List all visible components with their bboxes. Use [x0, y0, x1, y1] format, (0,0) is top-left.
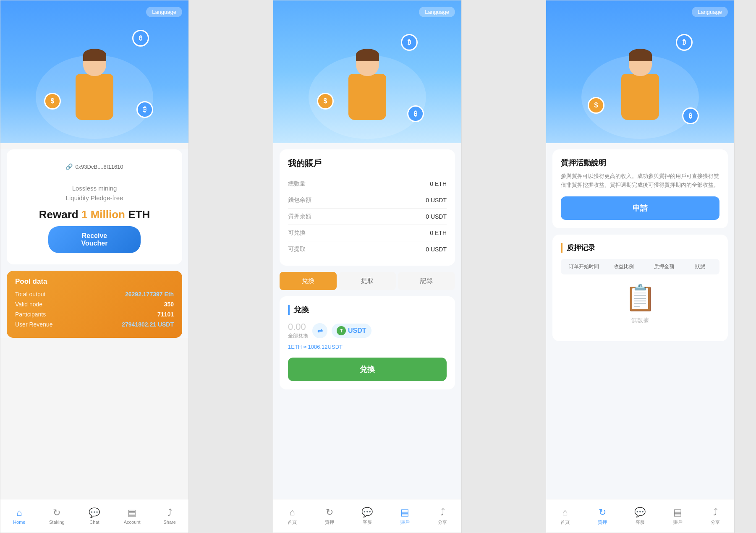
- phone3-language-button[interactable]: Language: [692, 7, 728, 17]
- pool-label-0: Total output: [15, 291, 45, 298]
- account-row-2: 質押余額 0 USDT: [288, 209, 447, 225]
- nav-staking[interactable]: ↻ Staking: [38, 499, 76, 533]
- phone1-main-card: 🔗 0x93DcB....8f11610 Lossless mining Liq…: [7, 149, 182, 264]
- account-value-4: 0 USDT: [426, 246, 447, 253]
- reward-highlight: 1 Million: [81, 208, 125, 221]
- usdt-badge: T USDT: [332, 324, 371, 338]
- staking-icon: ↻: [53, 507, 60, 518]
- p3-account-icon: ▤: [673, 507, 682, 518]
- pledge-records-card: 质押记录 订单开始时間 收益比例 质押金额 狀態 📋 無數據: [552, 235, 728, 341]
- pool-value-1: 350: [164, 301, 174, 308]
- coin-btc2-p3: ₿: [682, 107, 699, 124]
- p3-nav-account[interactable]: ▤ 賬戶: [659, 499, 697, 533]
- phone2-character: ₿ $ ₿: [300, 17, 434, 143]
- mining-text-block: Lossless mining Liquidity Pledge-free: [13, 178, 176, 205]
- p2-share-icon: ⤴: [440, 507, 445, 518]
- reward-prefix: Reward: [39, 208, 81, 221]
- account-value-1: 0 USDT: [426, 197, 447, 204]
- phone2-language-button[interactable]: Language: [419, 7, 455, 17]
- character-head: [83, 51, 106, 76]
- nav-account[interactable]: ▤ Account: [113, 499, 151, 533]
- nav-chat[interactable]: 💬 Chat: [76, 499, 113, 533]
- character-torso: [76, 74, 113, 120]
- p3-nav-share[interactable]: ⤴ 分享: [696, 499, 734, 533]
- phone1-bottom-nav: ⌂ Home ↻ Staking 💬 Chat ▤ Account ⤴ Shar…: [0, 499, 188, 533]
- p2-nav-share[interactable]: ⤴ 分享: [424, 499, 461, 533]
- home-icon: ⌂: [16, 507, 22, 518]
- phone-1: Language ₿ $ ₿ 🔗 0x93DcB....8f1161: [0, 0, 189, 533]
- pool-value-3: 27941802.21 USDT: [122, 321, 174, 328]
- reward-suffix: ETH: [125, 208, 150, 221]
- share-icon: ⤴: [167, 507, 172, 518]
- p2-nav-home[interactable]: ⌂ 首頁: [273, 499, 311, 533]
- account-card-title: 我的賬戶: [288, 158, 447, 169]
- no-data-icon: 📋: [625, 283, 656, 313]
- chat-icon: 💬: [89, 507, 100, 518]
- phones-container: Language ₿ $ ₿ 🔗 0x93DcB....8f1161: [0, 0, 756, 533]
- p2-service-label: 客服: [363, 519, 372, 525]
- p2-service-icon: 💬: [361, 507, 373, 518]
- records-table-header: 订单开始时間 收益比例 质押金额 狀態: [561, 259, 719, 274]
- nav-home[interactable]: ⌂ Home: [0, 499, 38, 533]
- p3-home-label: 首頁: [560, 519, 570, 525]
- phone1-language-button[interactable]: Language: [146, 7, 182, 17]
- pool-label-3: User Revenue: [15, 321, 53, 328]
- phone2-character-hair: [356, 49, 379, 61]
- p2-nav-service[interactable]: 💬 客服: [348, 499, 386, 533]
- coin-dol-p3: $: [588, 97, 604, 114]
- phone3-character-torso: [621, 74, 659, 120]
- tab-records[interactable]: 記錄: [398, 272, 455, 290]
- account-icon: ▤: [128, 507, 136, 518]
- p3-staking-icon: ↻: [599, 507, 606, 518]
- p3-nav-home[interactable]: ⌂ 首頁: [546, 499, 584, 533]
- character-illustration: ₿ $ ₿: [27, 17, 162, 143]
- exchange-all-label[interactable]: 全部兌換: [288, 332, 308, 340]
- pool-data-card: Pool data Total output 26292.177397 Eth …: [7, 271, 182, 338]
- exchange-amount-col: 0.00 全部兌換: [288, 321, 308, 340]
- phone2-header: Language ₿ $ ₿: [273, 0, 461, 143]
- p2-nav-staking[interactable]: ↻ 質押: [311, 499, 349, 533]
- p3-service-label: 客服: [636, 519, 645, 525]
- pool-row-0: Total output 26292.177397 Eth: [15, 291, 174, 298]
- coin-dol-p2: $: [317, 93, 334, 110]
- wallet-address-display[interactable]: 🔗 0x93DcB....8f11610: [59, 160, 130, 173]
- exchange-tabs: 兌換 提取 記錄: [280, 272, 455, 290]
- phone2-character-body: [340, 51, 395, 135]
- p3-nav-service[interactable]: 💬 客服: [621, 499, 659, 533]
- receive-voucher-button[interactable]: Receive Voucher: [48, 226, 141, 253]
- col-header-2: 质押金额: [645, 263, 683, 270]
- account-row-4: 可提取 0 USDT: [288, 241, 447, 257]
- p2-home-icon: ⌂: [289, 507, 295, 518]
- account-row-1: 錢包余額 0 USDT: [288, 192, 447, 209]
- tab-exchange[interactable]: 兌換: [280, 272, 337, 290]
- apply-button[interactable]: 申請: [561, 196, 719, 220]
- account-label-2: 質押余額: [288, 213, 311, 220]
- p3-home-icon: ⌂: [562, 507, 568, 518]
- coin-btc-p2: ₿: [401, 34, 418, 51]
- exchange-submit-button[interactable]: 兌換: [288, 358, 447, 381]
- phone3-character-hair: [629, 49, 652, 61]
- coin-btc-2: ₿: [136, 101, 153, 118]
- exchange-amount[interactable]: 0.00: [288, 321, 308, 332]
- account-row-0: 總數量 0 ETH: [288, 176, 447, 192]
- staking-info-desc: 參與質押可以獲得更高的收入。成功參與質押的用戶可直接獲得雙倍非質押挖掘收益。質押…: [561, 172, 719, 190]
- p3-share-icon: ⤴: [713, 507, 718, 518]
- col-header-1: 收益比例: [605, 263, 643, 270]
- tab-withdraw[interactable]: 提取: [339, 272, 396, 290]
- p3-nav-staking[interactable]: ↻ 質押: [584, 499, 622, 533]
- p2-share-label: 分享: [438, 519, 447, 525]
- account-label-4: 可提取: [288, 246, 306, 253]
- nav-share[interactable]: ⤴ Share: [151, 499, 188, 533]
- p2-nav-account[interactable]: ▤ 賬戶: [386, 499, 424, 533]
- usdt-label: USDT: [348, 327, 366, 334]
- p3-account-label: 賬戶: [673, 519, 683, 525]
- phone3-bottom-nav: ⌂ 首頁 ↻ 質押 💬 客服 ▤ 賬戶 ⤴ 分享: [546, 499, 734, 533]
- coin-btc2-p2: ₿: [407, 105, 424, 122]
- account-label-1: 錢包余額: [288, 196, 311, 204]
- coin-btc-1: ₿: [132, 30, 149, 47]
- account-card: 我的賬戶 總數量 0 ETH 錢包余額 0 USDT 質押余額 0 USDT 可…: [280, 149, 455, 266]
- no-data-text: 無數據: [631, 317, 649, 324]
- p2-account-label: 賬戶: [400, 519, 410, 525]
- exchange-rate-text: 1ETH ≈ 1086.12USDT: [288, 344, 447, 350]
- p3-share-label: 分享: [711, 519, 720, 525]
